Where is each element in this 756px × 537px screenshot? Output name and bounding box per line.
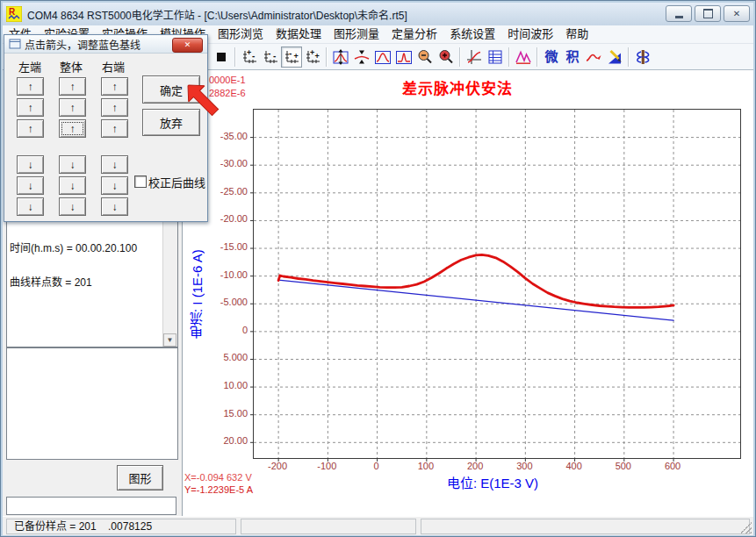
right-down-button-3[interactable]: ↓ (101, 197, 128, 216)
title-bar: R COM4 8634 RST5000电化学工作站 - [C:\Users\Ad… (3, 3, 753, 25)
x-tick-label: 300 (516, 461, 532, 471)
corrected-curve-checkbox[interactable] (134, 175, 147, 188)
toolbar-separator (536, 47, 538, 67)
expand-y-icon[interactable] (330, 47, 351, 68)
menu-quantitative-analysis[interactable]: 定量分析 (385, 25, 443, 43)
dialog-close-button[interactable]: ✕ (172, 38, 203, 53)
whole-down-button-3[interactable]: ↓ (59, 197, 86, 216)
x-tick-label: 500 (616, 461, 631, 471)
top-readout-line2: 2882E-6 (209, 88, 246, 98)
column-header-left: 左端 (18, 58, 41, 75)
menu-system-settings[interactable]: 系统设置 (443, 25, 501, 43)
baseline-edit-icon[interactable] (604, 47, 625, 68)
whole-up-button-1[interactable]: ↑ (59, 77, 86, 96)
baseline-dialog: 点击箭头，调整蓝色基线 ✕ 左端 整体 右端 ↑ ↑ ↑ ↑ ↑ ↑ ↑ ↑ ↑… (4, 34, 208, 222)
x-axis-title: 电位: E(1E-3 V) (387, 473, 598, 491)
corrected-curve-label: 校正后曲线 (148, 174, 205, 190)
column-header-whole: 整体 (60, 58, 83, 75)
right-up-button-2[interactable]: ↑ (101, 98, 128, 117)
status-panel-3 (421, 519, 750, 534)
left-up-button-2[interactable]: ↑ (17, 98, 44, 117)
minimize-button[interactable] (666, 5, 692, 22)
cancel-button[interactable]: 放弃 (142, 109, 200, 136)
top-readout-line1: 0000E-1 (209, 75, 246, 85)
scroll-down-icon[interactable]: ▼ (163, 333, 176, 347)
dialog-form-icon (9, 38, 21, 50)
y-tick-label: 10.00 (183, 380, 248, 390)
zoom-in-icon[interactable] (436, 47, 457, 68)
left-up-button-3[interactable]: ↑ (17, 119, 44, 138)
dialog-title-bar[interactable]: 点击箭头，调整蓝色基线 ✕ (4, 35, 207, 54)
whole-down-button-2[interactable]: ↓ (59, 176, 86, 195)
whole-down-button-1[interactable]: ↓ (59, 155, 86, 174)
differentiate-icon[interactable]: 微 (541, 47, 562, 68)
y-tick-label: 5.000 (183, 352, 248, 362)
menu-data-processing[interactable]: 数据处理 (270, 25, 328, 43)
whole-up-button-3[interactable]: ↑ (59, 119, 86, 138)
info-line: 时间(h.m.s) = 00.00.20.100 (10, 243, 177, 254)
close-button[interactable]: ✕ (724, 5, 750, 22)
menu-graph-measure[interactable]: 图形测量 (328, 25, 385, 43)
integrate-icon[interactable]: 积 (562, 47, 583, 68)
app-window: R COM4 8634 RST5000电化学工作站 - [C:\Users\Ad… (0, 0, 756, 537)
bottom-text-field[interactable] (6, 497, 176, 515)
toolbar-separator (459, 47, 461, 67)
svg-text:-: - (268, 48, 270, 58)
x-tick-label: 400 (565, 461, 581, 471)
axis-minus-plus-icon[interactable]: -+ (281, 47, 302, 68)
menu-help[interactable]: 帮助 (559, 25, 594, 43)
svg-text:+: + (315, 52, 320, 61)
right-down-button-1[interactable]: ↓ (101, 155, 128, 174)
x-tick-label: -200 (268, 461, 287, 471)
axis-plus-plus-icon[interactable]: ++ (302, 47, 323, 68)
restore-button[interactable] (695, 5, 721, 22)
left-down-button-3[interactable]: ↓ (17, 197, 44, 216)
right-up-button-3[interactable]: ↑ (101, 119, 128, 138)
resize-grip[interactable] (740, 522, 752, 533)
menu-graph-browse[interactable]: 图形浏览 (212, 25, 270, 43)
x-tick-label: 200 (467, 461, 483, 471)
right-down-button-2[interactable]: ↓ (101, 176, 128, 195)
data-table-icon[interactable] (485, 47, 506, 68)
left-down-button-1[interactable]: ↓ (17, 155, 44, 174)
status-bar: 已备份样点 = 201 .0078125 (3, 516, 753, 535)
zoom-out-icon[interactable] (414, 47, 436, 68)
y-tick-label: 15.00 (183, 408, 248, 419)
peak-zoom-wide-icon[interactable] (372, 47, 393, 68)
ok-button[interactable]: 确定 (142, 75, 200, 104)
status-panel-2 (241, 519, 416, 534)
crosshair-curve-icon[interactable] (464, 47, 485, 68)
axis-plus-minus-icon[interactable]: +- (239, 47, 260, 68)
x-tick-label: 600 (665, 461, 680, 471)
chart-pane: 0000E-1 2882E-6 差示脉冲伏安法 电流: I (1E-6 A) 电… (182, 70, 753, 516)
svg-text:-: - (289, 48, 292, 58)
menu-time-waveform[interactable]: 时间波形 (501, 25, 559, 43)
toolbar-separator (234, 47, 236, 67)
restore-icon (703, 9, 713, 18)
chart-title: 差示脉冲伏安法 (321, 76, 594, 98)
left-up-button-1[interactable]: ↑ (17, 77, 44, 96)
y-tick-label: -15.00 (183, 241, 248, 252)
peak-zoom-narrow-icon[interactable] (393, 47, 414, 68)
x-tick-label: -100 (317, 461, 336, 471)
toolbar-separator (326, 47, 328, 67)
plot-area[interactable] (253, 109, 741, 459)
dialog-title: 点击箭头，调整蓝色基线 (25, 37, 140, 52)
x-tick-label: 0 (374, 461, 379, 471)
whole-up-button-2[interactable]: ↑ (59, 98, 86, 117)
left-down-button-2[interactable]: ↓ (17, 176, 44, 195)
stop-icon[interactable] (211, 47, 232, 68)
svg-text:+: + (247, 48, 251, 57)
x-tick-label: 100 (418, 461, 434, 471)
svg-text:-: - (252, 51, 255, 61)
smooth-curve-icon[interactable] (583, 47, 604, 68)
compress-y-icon[interactable] (351, 47, 372, 68)
minimize-icon (675, 16, 683, 18)
electrode-icon[interactable] (632, 47, 653, 68)
axis-minus-minus-icon[interactable]: -- (260, 47, 281, 68)
graph-button[interactable]: 图形 (117, 465, 163, 490)
overlay-peaks-icon[interactable] (513, 47, 534, 68)
y-tick-label: 20.00 (183, 435, 248, 446)
right-up-button-1[interactable]: ↑ (101, 77, 128, 96)
y-tick-label: -10.00 (183, 269, 248, 280)
